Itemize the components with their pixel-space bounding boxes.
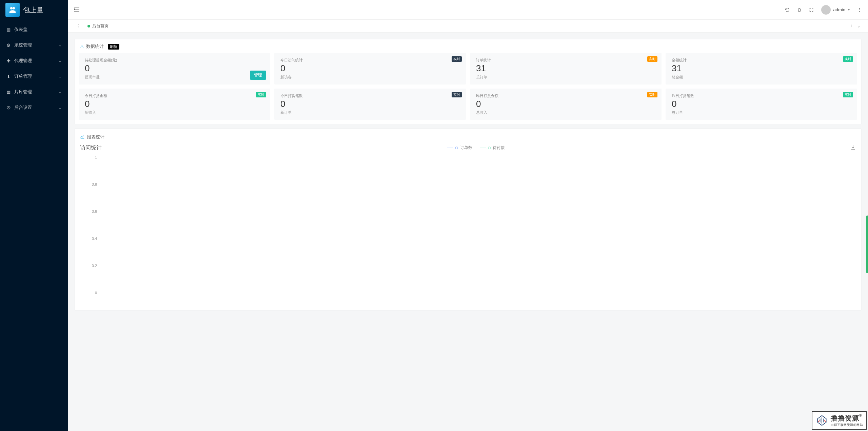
- active-dot-icon: [87, 25, 90, 27]
- sidebar-item-orders[interactable]: ⬇ 订单管理 ⌄: [0, 69, 68, 84]
- card-sub: 新收入: [85, 110, 264, 115]
- card-value: 0: [85, 63, 264, 73]
- plus-box-icon: ✚: [6, 58, 11, 63]
- stats-panel: ⚠ 数据统计 刷新 待处理提现金额(元) 0 提现审批 管理 实时 今日访问统计…: [75, 39, 861, 124]
- sidebar-item-agent[interactable]: ✚ 代理管理 ⌄: [0, 53, 68, 69]
- card-sub: 新订单: [280, 110, 460, 115]
- y-tick: 0.4: [83, 237, 842, 241]
- svg-point-1: [13, 7, 15, 10]
- tab-home[interactable]: 后台首页: [84, 22, 112, 30]
- tabbar: 〈 后台首页 〉 ⌄: [68, 20, 868, 33]
- legend-pending[interactable]: 待付款: [480, 145, 505, 151]
- chart-title: 访问统计: [80, 144, 102, 151]
- sidebar-item-dashboard[interactable]: ▥ 仪表盘: [0, 22, 68, 37]
- card-title: 昨日打赏金额: [476, 93, 655, 98]
- scroll-indicator: [866, 215, 868, 273]
- sidebar-item-label: 代理管理: [14, 58, 58, 64]
- card-title: 昨日打赏笔数: [672, 93, 851, 98]
- card-sub: 新访客: [280, 75, 460, 80]
- manage-button[interactable]: 管理: [250, 71, 266, 80]
- watermark-reg: ®: [859, 414, 862, 417]
- main: admin ▾ ⋮ 〈 后台首页 〉 ⌄ ⚠: [68, 0, 868, 431]
- realtime-badge: 实时: [256, 92, 266, 97]
- download-icon[interactable]: [850, 145, 856, 151]
- card-sub: 总收入: [476, 110, 655, 115]
- user-menu[interactable]: admin ▾: [821, 5, 850, 15]
- watermark: 撸撸资源® 白嫖互联网资源的网站: [812, 411, 867, 430]
- card-value: 0: [280, 99, 460, 109]
- y-tick-label: 0.6: [83, 209, 100, 213]
- card-pending-withdrawal: 待处理提现金额(元) 0 提现审批 管理: [79, 53, 270, 85]
- fullscreen-icon[interactable]: [809, 7, 814, 12]
- stats-heading: ⚠ 数据统计 刷新: [75, 39, 861, 53]
- avatar: [821, 5, 831, 15]
- watermark-subtitle: 白嫖互联网资源的网站: [831, 423, 863, 427]
- sidebar-menu: ▥ 仪表盘 ⚙ 系统管理 ⌄ ✚ 代理管理 ⌄ ⬇ 订单管理 ⌄ ▦ 片库管理: [0, 20, 68, 115]
- y-tick-label: 0.4: [83, 237, 100, 241]
- trash-icon[interactable]: [797, 7, 802, 12]
- report-heading: 报表统计: [80, 133, 856, 144]
- sidebar-item-label: 订单管理: [14, 73, 58, 79]
- realtime-badge: 实时: [452, 56, 462, 62]
- card-order-stats: 实时 订单统计 31 总订单: [470, 53, 662, 85]
- report-heading-label: 报表统计: [87, 134, 104, 140]
- refresh-icon[interactable]: [785, 7, 790, 12]
- sidebar-item-system[interactable]: ⚙ 系统管理 ⌄: [0, 37, 68, 53]
- y-tick-label: 0: [83, 291, 100, 295]
- realtime-badge: 实时: [647, 92, 657, 97]
- chevron-down-icon: ⌄: [58, 74, 62, 79]
- y-tick-label: 1: [83, 155, 100, 159]
- topbar: admin ▾ ⋮: [68, 0, 868, 20]
- brand: 包上量: [0, 0, 68, 20]
- realtime-badge: 实时: [647, 56, 657, 62]
- sidebar-item-label: 后台设置: [14, 105, 58, 111]
- card-yesterday-reward-count: 实时 昨日打赏笔数 0 总订单: [666, 89, 857, 120]
- warning-icon: ⚠: [80, 44, 84, 49]
- legend-label: 待付款: [493, 145, 505, 151]
- card-value: 31: [476, 63, 655, 73]
- watermark-logo-icon: [816, 414, 828, 427]
- stats-heading-label: 数据统计: [86, 43, 104, 50]
- dashboard-icon: ▥: [6, 27, 11, 32]
- chart-area: 00.20.40.60.81: [80, 154, 856, 303]
- card-title: 订单统计: [476, 58, 655, 63]
- sidebar-item-library[interactable]: ▦ 片库管理 ⌄: [0, 84, 68, 100]
- card-title: 今日打赏金额: [85, 93, 264, 98]
- settings-icon: ✇: [6, 105, 11, 110]
- refresh-button[interactable]: 刷新: [108, 44, 119, 50]
- card-sub: 提现审批: [85, 75, 264, 80]
- card-title: 今日访问统计: [280, 58, 460, 63]
- card-title: 金额统计: [672, 58, 851, 63]
- sidebar: 包上量 ▥ 仪表盘 ⚙ 系统管理 ⌄ ✚ 代理管理 ⌄ ⬇ 订单管理 ⌄: [0, 0, 68, 431]
- chart-icon: [80, 134, 85, 140]
- caret-down-icon: ▾: [848, 8, 850, 12]
- legend-orders[interactable]: 订单数: [447, 145, 472, 151]
- more-icon[interactable]: ⋮: [857, 7, 862, 13]
- card-value: 31: [672, 63, 851, 73]
- realtime-badge: 实时: [843, 56, 853, 62]
- card-value: 0: [85, 99, 264, 109]
- chart-header: 访问统计 订单数 待付款: [80, 144, 856, 151]
- tab-next-button[interactable]: 〉: [849, 23, 856, 29]
- card-value: 0: [280, 63, 460, 73]
- y-tick: 1: [83, 155, 842, 159]
- chevron-down-icon: ⌄: [58, 58, 62, 63]
- y-axis-line: [104, 157, 104, 293]
- card-amount-stats: 实时 金额统计 31 总金额: [666, 53, 857, 85]
- tab-prev-button[interactable]: 〈: [74, 23, 81, 29]
- y-tick-label: 0.8: [83, 182, 100, 186]
- card-value: 0: [476, 99, 655, 109]
- username: admin: [833, 7, 845, 12]
- chart-legend: 订单数 待付款: [447, 145, 505, 151]
- svg-point-0: [10, 7, 13, 10]
- sidebar-collapse-button[interactable]: [74, 7, 79, 13]
- report-panel: 报表统计 访问统计 订单数 待付款: [75, 129, 861, 310]
- grid-icon: ▦: [6, 90, 11, 94]
- card-title: 待处理提现金额(元): [85, 58, 264, 63]
- brand-logo: [5, 3, 20, 17]
- legend-line-icon: [480, 148, 486, 148]
- sidebar-item-settings[interactable]: ✇ 后台设置 ⌄: [0, 100, 68, 115]
- stats-row-1: 待处理提现金额(元) 0 提现审批 管理 实时 今日访问统计 0 新访客 实时 …: [75, 53, 861, 89]
- tab-dropdown-button[interactable]: ⌄: [856, 24, 862, 29]
- sidebar-item-label: 片库管理: [14, 89, 58, 95]
